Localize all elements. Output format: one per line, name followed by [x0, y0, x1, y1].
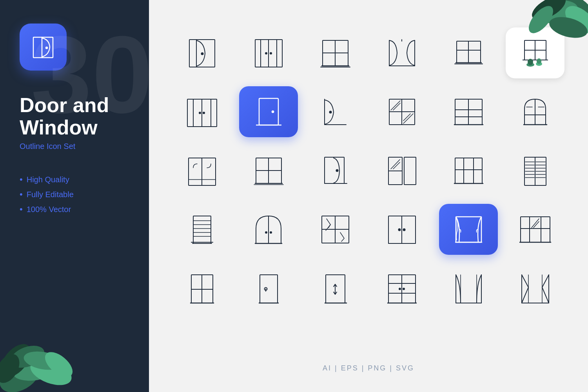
svg-rect-52	[259, 98, 278, 125]
svg-rect-132	[521, 217, 550, 242]
svg-point-127	[398, 229, 400, 230]
svg-point-120	[265, 232, 267, 233]
svg-point-17	[201, 53, 203, 54]
svg-rect-91	[455, 158, 482, 183]
svg-point-57	[329, 111, 331, 113]
left-panel: 30 Door and Window Outline Icon Set High…	[0, 0, 149, 392]
icon-cell-curtain-blue	[439, 204, 498, 255]
icon-cell-window-tall	[439, 145, 498, 196]
plant-bottom-left	[0, 321, 74, 392]
icon-cell-window-diag2	[372, 145, 431, 196]
icon-cell-door-side-panels	[172, 86, 231, 137]
icon-cell-window-4sq	[239, 145, 298, 196]
icon-cell-sliding-complex	[506, 204, 564, 255]
subtitle: Outline Icon Set	[20, 142, 129, 151]
svg-point-50	[199, 112, 201, 114]
icon-cell-double-handle	[372, 204, 431, 255]
icon-cell-single-open	[306, 86, 365, 137]
icon-cell-open-double-door	[372, 27, 431, 78]
icon-cell-french-doors	[372, 263, 431, 314]
features-list: High Quality Fully Editable 100% Vector	[20, 174, 129, 219]
svg-rect-84	[325, 157, 344, 183]
formats-text: AI | EPS | PNG | SVG	[323, 364, 414, 372]
big-number: 30	[31, 20, 149, 129]
icon-cell-window-6pane	[439, 86, 498, 137]
formats-bar: AI | EPS | PNG | SVG	[172, 356, 564, 372]
right-panel: AI | EPS | PNG | SVG	[149, 0, 588, 392]
icon-cell-door-blue	[239, 86, 298, 137]
svg-line-137	[532, 219, 539, 228]
icon-cell-arch-window	[506, 86, 564, 137]
icons-grid	[172, 27, 564, 314]
icon-cell-shutter-door	[506, 145, 564, 196]
icon-cell-door-4pane	[172, 263, 231, 314]
svg-rect-87	[404, 157, 416, 185]
icon-cell-glass-crack	[306, 204, 365, 255]
svg-point-51	[203, 112, 205, 114]
icon-cell-arch-double	[239, 204, 298, 255]
svg-rect-143	[260, 275, 278, 303]
svg-point-121	[270, 232, 272, 233]
svg-line-89	[391, 160, 400, 169]
svg-point-22	[265, 53, 267, 54]
svg-point-155	[399, 288, 401, 290]
icon-cell-blinds	[172, 204, 231, 255]
icon-cell-door-ajar	[306, 145, 365, 196]
svg-point-85	[336, 169, 338, 171]
icon-cell-folding-open	[506, 263, 564, 314]
plant-top-right	[517, 0, 588, 63]
icon-cell-window-small	[439, 27, 498, 78]
icon-cell-window-diagonal	[372, 86, 431, 137]
icon-cell-window-4pane	[306, 27, 365, 78]
svg-point-54	[272, 111, 274, 113]
icon-cell-bifold	[439, 263, 498, 314]
feature-item-3: 100% Vector	[20, 204, 129, 214]
feature-item-2: Fully Editable	[20, 189, 129, 200]
icon-cell-simple-door-handle	[239, 263, 298, 314]
feature-item-1: High Quality	[20, 174, 129, 185]
svg-line-61	[391, 101, 400, 110]
svg-point-128	[403, 229, 405, 230]
icon-cell-door-arrow	[306, 263, 365, 314]
icon-cell-double-door	[239, 27, 298, 78]
svg-point-156	[403, 288, 405, 290]
svg-point-23	[270, 53, 272, 54]
svg-rect-110	[193, 216, 211, 243]
svg-line-63	[403, 114, 413, 123]
icon-cell-wardrobe	[172, 145, 231, 196]
icon-cell-open-door	[172, 27, 231, 78]
